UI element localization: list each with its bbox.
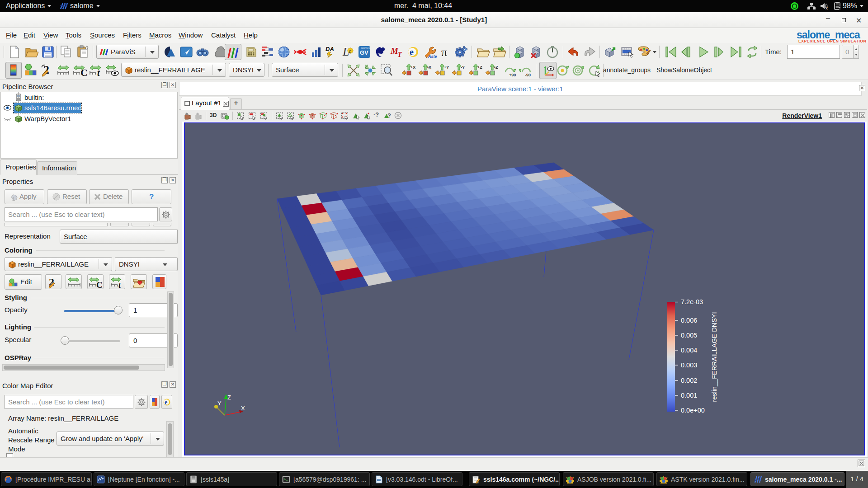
svg-text:reslin__FERRAILLAGE DNSYI: reslin__FERRAILLAGE DNSYI [711, 312, 718, 402]
svg-text:e: e [165, 399, 167, 406]
svg-text:+X: +X [410, 65, 415, 70]
svg-text:-Z: -Z [494, 65, 498, 70]
svg-text:Z: Z [227, 394, 231, 401]
svg-text:0.002: 0.002 [681, 377, 697, 384]
svg-text:π: π [441, 46, 447, 59]
svg-text:Aster: Aster [428, 54, 437, 59]
svg-text:+Y: +Y [444, 65, 449, 70]
svg-text:0.003: 0.003 [681, 361, 697, 369]
svg-text:0.004: 0.004 [681, 347, 697, 354]
svg-text:-X: -X [427, 65, 431, 70]
svg-text:C: C [96, 280, 103, 289]
svg-text:x: x [826, 6, 828, 10]
svg-text:-Y: -Y [461, 65, 465, 70]
svg-text:0.006: 0.006 [681, 317, 697, 324]
svg-text:t: t [97, 68, 100, 77]
svg-text:paraView: paraView [361, 47, 370, 49]
svg-text:t: t [118, 281, 121, 289]
svg-text:+90: +90 [509, 73, 516, 77]
svg-text:e: e [410, 47, 414, 57]
svg-text:0.005: 0.005 [681, 332, 697, 339]
svg-text:GV: GV [360, 49, 368, 56]
svg-text:0.001: 0.001 [681, 392, 697, 399]
svg-text:0.0e+00: 0.0e+00 [681, 407, 705, 414]
svg-text:-90: -90 [525, 73, 531, 77]
svg-text:X: X [241, 405, 245, 412]
svg-text:T: T [397, 51, 402, 58]
svg-text:c: c [349, 48, 352, 54]
svg-text:DA: DA [326, 46, 334, 52]
svg-text:>_: >_ [284, 478, 288, 481]
svg-text:7.2e-03: 7.2e-03 [681, 298, 703, 305]
svg-text:?: ? [387, 112, 391, 119]
svg-text:C: C [80, 67, 87, 77]
svg-text:Y: Y [217, 400, 222, 407]
svg-text:+Z: +Z [477, 65, 482, 70]
